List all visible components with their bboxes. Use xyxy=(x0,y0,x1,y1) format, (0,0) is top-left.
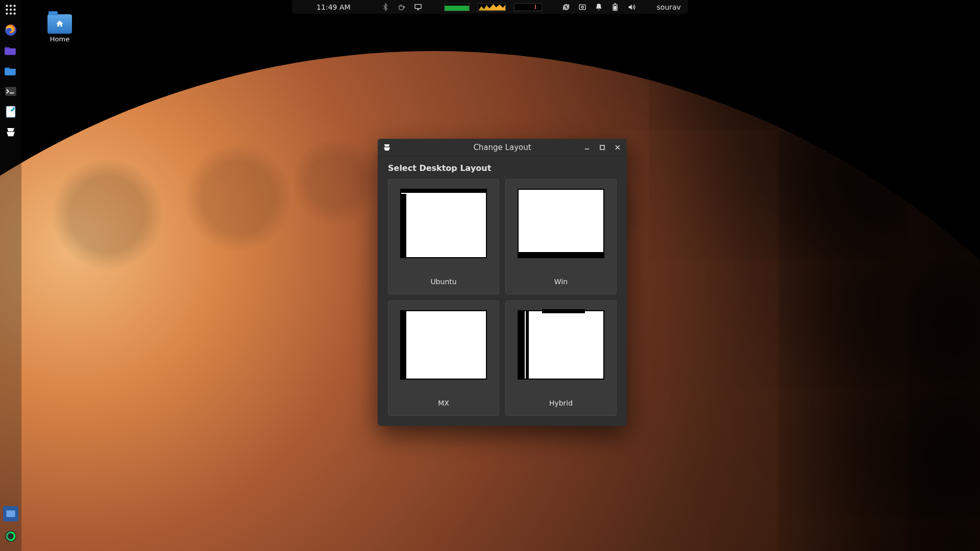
desktop-icon-label: Home xyxy=(50,35,69,43)
svg-point-3 xyxy=(6,9,8,11)
maximize-button[interactable] xyxy=(595,141,609,154)
layout-grid: Ubuntu Win MX Hybrid xyxy=(388,179,617,416)
svg-point-5 xyxy=(13,9,15,11)
tray-section-right xyxy=(562,3,636,12)
layout-option-mx[interactable]: MX xyxy=(388,300,499,416)
layout-option-ubuntu[interactable]: Ubuntu xyxy=(388,179,499,294)
layout-thumb-hybrid xyxy=(518,310,604,380)
minimize-button[interactable] xyxy=(580,141,594,154)
svg-point-2 xyxy=(13,5,15,7)
svg-point-1 xyxy=(10,5,12,7)
svg-rect-10 xyxy=(5,87,16,95)
show-desktop-icon[interactable] xyxy=(3,529,18,544)
svg-point-7 xyxy=(10,12,12,14)
cpu-monitor-graph[interactable] xyxy=(445,3,470,11)
dialog-app-icon xyxy=(382,142,392,153)
svg-rect-12 xyxy=(6,511,15,517)
layout-label: Win xyxy=(554,278,568,286)
top-panel: 11:49 AM sourav xyxy=(292,0,688,14)
network-monitor-graph[interactable] xyxy=(478,3,506,11)
clock[interactable]: 11:49 AM xyxy=(316,3,350,11)
home-folder-icon xyxy=(47,14,72,34)
apps-grid-icon[interactable] xyxy=(3,2,18,17)
tray-section-left xyxy=(381,3,423,12)
screenshot-icon[interactable] xyxy=(578,3,587,12)
layout-label: MX xyxy=(438,399,449,407)
files-folder-icon[interactable] xyxy=(3,43,18,58)
layout-thumb-ubuntu xyxy=(400,189,487,258)
battery-icon[interactable] xyxy=(611,3,620,12)
dialog-title: Change Layout xyxy=(473,143,531,152)
svg-point-17 xyxy=(582,6,584,8)
svg-rect-15 xyxy=(415,4,422,8)
desktop-icon-home[interactable]: Home xyxy=(43,14,77,43)
svg-point-0 xyxy=(6,5,8,7)
window-controls xyxy=(580,141,625,154)
caffeine-icon[interactable] xyxy=(398,3,407,12)
terminal-icon[interactable] xyxy=(3,84,18,99)
dialog-titlebar[interactable]: Change Layout xyxy=(378,139,627,156)
layout-label: Hybrid xyxy=(549,399,573,407)
notifications-icon[interactable] xyxy=(595,3,604,12)
svg-rect-21 xyxy=(600,145,604,149)
layout-thumb-mx xyxy=(400,310,487,380)
dialog-body: Select Desktop Layout Ubuntu Win MX Hybr… xyxy=(378,156,627,426)
left-dock xyxy=(0,0,21,551)
firefox-icon[interactable] xyxy=(3,22,18,38)
svg-point-6 xyxy=(6,12,8,14)
svg-rect-19 xyxy=(615,3,617,4)
user-menu[interactable]: sourav xyxy=(657,3,681,11)
layout-option-win[interactable]: Win xyxy=(505,179,617,294)
memory-monitor-graph[interactable] xyxy=(514,3,543,11)
svg-rect-16 xyxy=(580,5,586,9)
svg-point-4 xyxy=(10,9,12,11)
layout-label: Ubuntu xyxy=(430,278,456,286)
layout-thumb-win xyxy=(518,189,604,258)
change-layout-dialog: Change Layout Select Desktop Layout Ubun… xyxy=(378,139,627,426)
close-button[interactable] xyxy=(610,141,625,154)
svg-point-8 xyxy=(13,12,15,14)
display-icon[interactable] xyxy=(414,3,423,12)
dialog-heading: Select Desktop Layout xyxy=(388,163,617,173)
workspace-switcher-icon[interactable] xyxy=(3,506,18,521)
svg-rect-20 xyxy=(614,6,617,10)
dock-bottom xyxy=(0,506,21,544)
volume-icon[interactable] xyxy=(627,3,636,12)
notes-icon[interactable] xyxy=(3,104,18,119)
updates-icon[interactable] xyxy=(562,3,571,12)
files-blue-icon[interactable] xyxy=(3,63,18,79)
bluetooth-icon[interactable] xyxy=(381,3,390,12)
layout-option-hybrid[interactable]: Hybrid xyxy=(505,300,617,416)
layout-tool-icon[interactable] xyxy=(3,124,18,140)
